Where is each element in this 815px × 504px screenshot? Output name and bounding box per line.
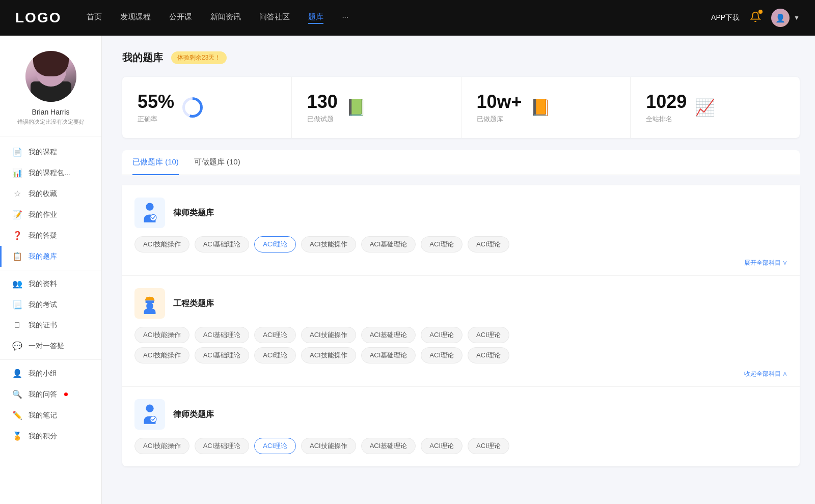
chart-icon: 📊 <box>12 168 22 178</box>
nav-discover[interactable]: 发现课程 <box>120 12 151 24</box>
stat-done-banks: 10w+ 已做题库 📙 <box>461 77 631 138</box>
law2-tag-5[interactable]: ACI理论 <box>421 438 463 454</box>
lawyer2-icon-wrap <box>134 399 165 430</box>
eng-bank-tags-row1: ACI技能操作 ACI基础理论 ACI理论 ACI技能操作 ACI基础理论 AC… <box>134 327 787 343</box>
eng-tag-1[interactable]: ACI技能操作 <box>134 327 189 343</box>
nav-more[interactable]: ··· <box>342 12 348 24</box>
eng-tag-7[interactable]: ACI理论 <box>468 327 509 343</box>
stat-done-q-value: 130 <box>307 91 338 113</box>
sidebar-item-my-group[interactable]: 👤 我的小组 <box>0 363 101 384</box>
stat-accuracy-value: 55% <box>138 91 174 113</box>
eng-tag-4[interactable]: ACI技能操作 <box>301 327 356 343</box>
stat-done-banks-label: 已做题库 <box>477 115 522 124</box>
lawyer2-icon <box>139 404 160 425</box>
svg-point-4 <box>150 416 156 422</box>
law-bank-1-expand[interactable]: 展开全部科目 ∨ <box>134 257 787 267</box>
eng-bank-collapse[interactable]: 收起全部科目 ∧ <box>134 368 787 378</box>
eng-tag-r2-1[interactable]: ACI技能操作 <box>134 347 189 363</box>
law2-tag-1[interactable]: ACI技能操作 <box>134 438 189 454</box>
bar-chart-icon: 📈 <box>695 98 715 117</box>
nav-bank[interactable]: 题库 <box>308 12 323 24</box>
eng-bank: 工程类题库 ACI技能操作 ACI基础理论 ACI理论 ACI技能操作 ACI基… <box>122 276 800 387</box>
notification-bell[interactable] <box>750 11 761 24</box>
user-avatar-wrap[interactable]: 👤 ▼ <box>771 9 800 27</box>
page-layout: Brian Harris 错误的决定比没有决定要好 📄 我的课程 📊 我的课程包… <box>0 36 815 504</box>
profile-avatar <box>25 51 76 102</box>
accuracy-pie-chart <box>182 97 203 118</box>
eng-tag-r2-6[interactable]: ACI理论 <box>421 347 463 363</box>
eng-tag-r2-7[interactable]: ACI理论 <box>468 347 509 363</box>
sidebar-item-my-exam[interactable]: 📃 我的考试 <box>0 294 101 315</box>
nav-home[interactable]: 首页 <box>87 12 102 24</box>
sidebar-divider-1 <box>0 270 101 270</box>
orange-doc-icon: 📙 <box>530 98 551 117</box>
law2-tag-3[interactable]: ACI技能操作 <box>301 438 356 454</box>
tag-aci-base-1[interactable]: ACI基础理论 <box>361 236 416 253</box>
eng-tag-3[interactable]: ACI理论 <box>254 327 296 343</box>
stat-done-banks-value: 10w+ <box>477 91 522 113</box>
eng-tag-5[interactable]: ACI基础理论 <box>361 327 416 343</box>
law2-tag-6[interactable]: ACI理论 <box>468 438 509 454</box>
profile-motto: 错误的决定比没有决定要好 <box>17 118 85 126</box>
cert-icon: 🗒 <box>12 321 22 330</box>
sidebar-item-my-favorites[interactable]: ☆ 我的收藏 <box>0 183 101 204</box>
eng-tag-r2-5[interactable]: ACI基础理论 <box>361 347 416 363</box>
tag-aci-ops-2[interactable]: ACI技能操作 <box>301 236 356 253</box>
sidebar-item-my-course[interactable]: 📄 我的课程 <box>0 142 101 162</box>
law-bank-1-tags: ACI技能操作 ACI基础理论 ACI理论 ACI技能操作 ACI基础理论 AC… <box>134 236 787 253</box>
tag-aci-theory-1[interactable]: ACI基础理论 <box>195 236 250 253</box>
eng-bank-tags-row2: ACI技能操作 ACI基础理论 ACI理论 ACI技能操作 ACI基础理论 AC… <box>134 347 787 363</box>
law-bank-1-header: 律师类题库 <box>134 198 787 228</box>
sidebar-item-my-homework[interactable]: 📝 我的作业 <box>0 204 101 225</box>
engineer-icon <box>139 293 160 314</box>
sidebar-profile: Brian Harris 错误的决定比没有决定要好 <box>0 51 101 136</box>
eng-bank-header: 工程类题库 <box>134 288 787 319</box>
nav-open-course[interactable]: 公开课 <box>169 12 192 24</box>
sidebar-item-my-course-pack[interactable]: 📊 我的课程包... <box>0 162 101 183</box>
law2-tag-4[interactable]: ACI基础理论 <box>361 438 416 454</box>
chat-icon: 💬 <box>12 341 22 351</box>
tab-done-banks[interactable]: 已做题库 (10) <box>132 150 179 175</box>
edit-icon: 📝 <box>12 210 22 219</box>
answers-icon: 🔍 <box>12 389 22 399</box>
stat-done-q-label: 已做试题 <box>307 115 338 124</box>
law2-tag-2[interactable]: ACI基础理论 <box>195 438 250 454</box>
eng-tag-r2-2[interactable]: ACI基础理论 <box>195 347 250 363</box>
sidebar-item-my-notes[interactable]: ✏️ 我的笔记 <box>0 405 101 426</box>
banks-section: 已做题库 (10) 可做题库 (10) <box>122 150 800 466</box>
profile-icon: 👥 <box>12 279 22 289</box>
law2-tag-active[interactable]: ACI理论 <box>254 438 296 454</box>
sidebar-item-my-points[interactable]: 🏅 我的积分 <box>0 426 101 446</box>
tag-aci-ops-1[interactable]: ACI技能操作 <box>134 236 189 253</box>
bank-icon: 📋 <box>12 251 22 261</box>
sidebar-item-my-profile[interactable]: 👥 我的资料 <box>0 273 101 294</box>
stat-accuracy: 55% 正确率 <box>122 77 292 138</box>
star-icon: ☆ <box>12 189 22 199</box>
sidebar-item-my-qa[interactable]: ❓ 我的答疑 <box>0 225 101 246</box>
eng-tag-r2-4[interactable]: ACI技能操作 <box>301 347 356 363</box>
tag-aci-active[interactable]: ACI理论 <box>254 236 296 253</box>
sidebar-item-my-answers[interactable]: 🔍 我的问答 <box>0 384 101 405</box>
stat-accuracy-label: 正确率 <box>138 115 174 124</box>
navbar: LOGO 首页 发现课程 公开课 新闻资讯 问答社区 题库 ··· APP下载 … <box>0 0 815 36</box>
stats-row: 55% 正确率 130 已做试题 📗 10w+ 已做题库 📙 <box>122 77 800 138</box>
page-title: 我的题库 <box>122 51 163 65</box>
eng-tag-r2-3[interactable]: ACI理论 <box>254 347 296 363</box>
sidebar-item-one-on-one[interactable]: 💬 一对一答疑 <box>0 335 101 356</box>
tabs-row: 已做题库 (10) 可做题库 (10) <box>122 150 800 175</box>
law-bank-2-tags: ACI技能操作 ACI基础理论 ACI理论 ACI技能操作 ACI基础理论 AC… <box>134 438 787 454</box>
eng-tag-6[interactable]: ACI理论 <box>421 327 463 343</box>
sidebar-menu: 📄 我的课程 📊 我的课程包... ☆ 我的收藏 📝 我的作业 ❓ 我的答疑 📋 <box>0 136 101 452</box>
nav-news[interactable]: 新闻资讯 <box>210 12 241 24</box>
tag-aci-th-1[interactable]: ACI理论 <box>421 236 463 253</box>
nav-qa[interactable]: 问答社区 <box>259 12 290 24</box>
law-bank-2: 律师类题库 ACI技能操作 ACI基础理论 ACI理论 ACI技能操作 ACI基… <box>122 387 800 466</box>
sidebar-item-my-cert[interactable]: 🗒 我的证书 <box>0 315 101 335</box>
navbar-right: APP下载 👤 ▼ <box>711 9 800 27</box>
sidebar-item-my-bank[interactable]: 📋 我的题库 <box>0 246 101 267</box>
eng-tag-2[interactable]: ACI基础理论 <box>195 327 250 343</box>
tab-available-banks[interactable]: 可做题库 (10) <box>194 150 240 175</box>
tag-aci-th-2[interactable]: ACI理论 <box>468 236 509 253</box>
app-download-button[interactable]: APP下载 <box>711 13 740 22</box>
green-doc-icon: 📗 <box>346 98 366 117</box>
